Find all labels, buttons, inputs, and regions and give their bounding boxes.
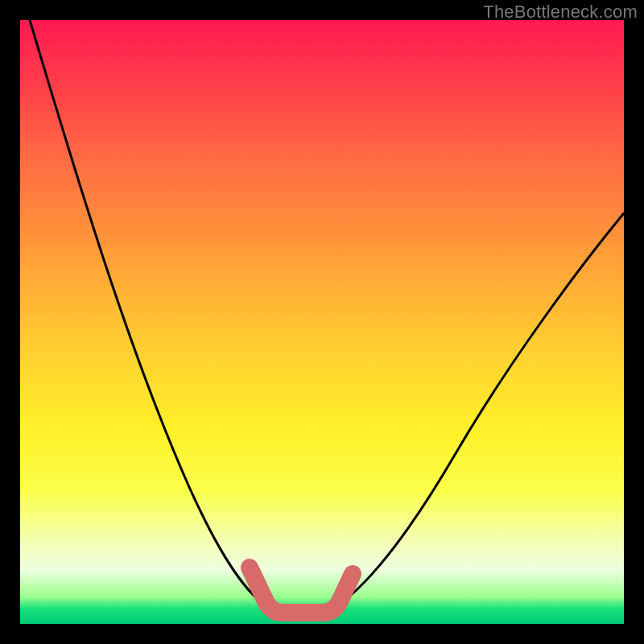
- bottleneck-curve: [30, 20, 624, 612]
- plot-area: [20, 20, 624, 624]
- trough-marker: [250, 568, 353, 613]
- curve-layer: [20, 20, 624, 624]
- chart-frame: TheBottleneck.com: [0, 0, 644, 644]
